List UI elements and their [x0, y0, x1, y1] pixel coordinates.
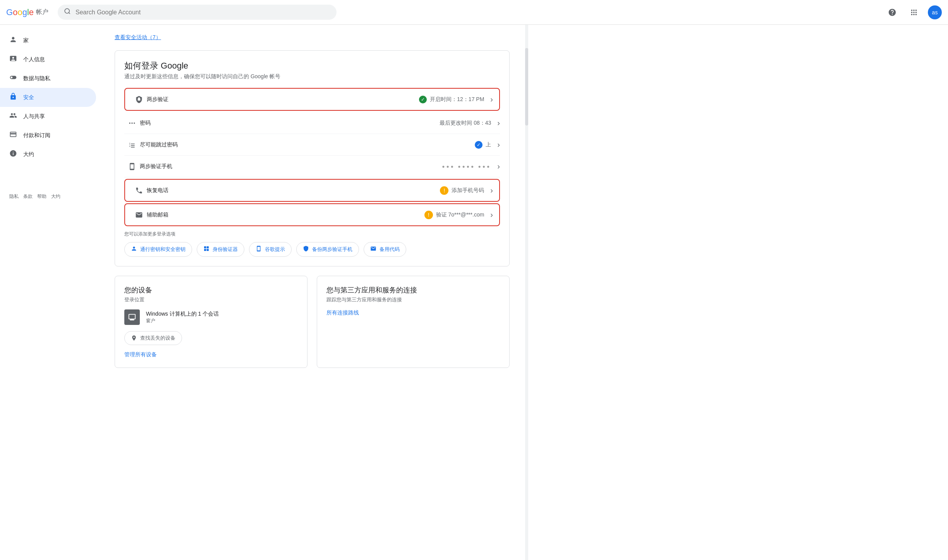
- data-icon: [9, 74, 17, 83]
- backup-email-icon: [131, 211, 147, 219]
- two-step-phone-icon: [124, 163, 140, 170]
- recovery-phone-value: ! 添加手机号码: [440, 186, 484, 195]
- account-label: 帐户: [36, 8, 48, 16]
- backup-code-label: 备用代码: [380, 246, 400, 253]
- two-step-phone-row[interactable]: 两步验证手机 ●●● ●●●● ●●● ›: [124, 156, 500, 177]
- page-layout: 家 个人信息 数据与隐私 安全 人与共享: [0, 25, 948, 560]
- sidebar-item-data[interactable]: 数据与隐私: [0, 69, 96, 88]
- google-prompt-button[interactable]: 谷歌提示: [249, 242, 292, 257]
- two-step-row[interactable]: 两步验证 ✓ 开启时间：12：17 PM ›: [124, 88, 500, 111]
- section-subtitle: 通过及时更新这些信息，确保您可以随时访问自己的 Google 帐号: [124, 73, 500, 80]
- password-value: 最后更改时间 08：43: [440, 120, 491, 127]
- footer-terms[interactable]: 条款: [23, 193, 33, 200]
- option-buttons: 通行密钥和安全密钥 身份验证器 谷歌提示: [124, 242, 500, 257]
- check-icon: ✓: [419, 96, 427, 103]
- sidebar: 家 个人信息 数据与隐私 安全 人与共享: [0, 25, 99, 560]
- search-icon: [64, 8, 71, 17]
- authenticator-label: 身份验证器: [213, 246, 238, 253]
- footer-about[interactable]: 大约: [51, 193, 60, 200]
- find-device-button[interactable]: 查找丢失的设备: [124, 331, 182, 345]
- third-party-card: 您与第三方应用和服务的连接 跟踪您与第三方应用和服务的连接 所有连接路线: [317, 276, 510, 368]
- skip-password-row[interactable]: 尽可能跳过密码 ✓ 上 ›: [124, 134, 500, 156]
- skip-password-label: 尽可能跳过密码: [140, 141, 475, 148]
- device-type: 窗户: [146, 318, 219, 324]
- sidebar-item-label: 大约: [23, 151, 34, 158]
- password-label: 密码: [140, 120, 440, 127]
- google-prompt-label: 谷歌提示: [265, 246, 285, 253]
- device-item: Windows 计算机上的 1 个会话 窗户: [124, 309, 298, 325]
- search-bar: [58, 5, 337, 20]
- authenticator-button[interactable]: 身份验证器: [197, 242, 244, 257]
- security-icon: [9, 93, 17, 102]
- backup-code-icon: [370, 246, 376, 253]
- passkey-icon: [131, 246, 137, 253]
- footer-help[interactable]: 帮助: [37, 193, 46, 200]
- check-blue-icon: ✓: [475, 141, 483, 149]
- scrollbar-track[interactable]: [525, 25, 528, 560]
- warning-email-icon: !: [424, 211, 433, 219]
- two-step-phone-value: ●●● ●●●● ●●●: [442, 164, 491, 169]
- sidebar-item-label: 人与共享: [23, 113, 45, 120]
- sidebar-item-label: 个人信息: [23, 56, 45, 63]
- backup-code-button[interactable]: 备用代码: [364, 242, 406, 257]
- password-row[interactable]: 密码 最后更改时间 08：43 ›: [124, 112, 500, 134]
- svg-rect-7: [207, 249, 209, 251]
- device-name: Windows 计算机上的 1 个会话: [146, 311, 219, 318]
- devices-subtitle: 登录位置: [124, 296, 298, 303]
- payments-icon: [9, 131, 17, 140]
- third-party-title: 您与第三方应用和服务的连接: [326, 285, 500, 295]
- backup-phone-button[interactable]: 备份两步验证手机: [296, 242, 359, 257]
- devices-card: 您的设备 登录位置 Windows 计算机上的 1 个会话 窗户 查找丢失的设备…: [115, 276, 307, 368]
- sidebar-item-payments[interactable]: 付款和订阅: [0, 126, 96, 145]
- help-button[interactable]: [884, 5, 900, 20]
- google-logo: Google: [6, 7, 34, 17]
- recovery-phone-row[interactable]: 恢复电话 ! 添加手机号码 ›: [124, 179, 500, 202]
- people-icon: [9, 112, 17, 121]
- about-icon: [9, 149, 17, 159]
- add-options-label: 您可以添加更多登录选项: [124, 231, 500, 237]
- google-logo-link[interactable]: Google 帐户: [6, 7, 48, 17]
- sidebar-item-label: 安全: [23, 94, 34, 101]
- skip-password-value: ✓ 上: [475, 141, 491, 149]
- apps-button[interactable]: [906, 5, 922, 20]
- all-connections-link[interactable]: 所有连接路线: [326, 309, 500, 316]
- manage-devices-link[interactable]: 管理所有设备: [124, 351, 298, 358]
- sidebar-footer: 隐私 条款 帮助 大约: [0, 187, 99, 206]
- backup-email-row[interactable]: 辅助邮箱 ! 验证 7o***@***.com ›: [124, 203, 500, 226]
- search-input[interactable]: [76, 9, 330, 16]
- bottom-grid: 您的设备 登录位置 Windows 计算机上的 1 个会话 窗户 查找丢失的设备…: [115, 276, 510, 368]
- warning-icon: !: [440, 186, 448, 195]
- svg-point-2: [131, 122, 132, 124]
- sidebar-item-home[interactable]: 家: [0, 31, 96, 50]
- chevron-right-icon: ›: [490, 210, 493, 219]
- password-icon: [124, 119, 140, 127]
- sidebar-item-personal[interactable]: 个人信息: [0, 50, 96, 69]
- svg-rect-4: [204, 246, 206, 248]
- passkey-label: 通行密钥和安全密钥: [140, 246, 185, 253]
- security-activity-link[interactable]: 查看安全活动（7）: [115, 34, 161, 41]
- footer-privacy[interactable]: 隐私: [9, 193, 19, 200]
- home-icon: [9, 36, 17, 45]
- sidebar-item-about[interactable]: 大约: [0, 145, 96, 164]
- passkey-button[interactable]: 通行密钥和安全密钥: [124, 242, 192, 257]
- sidebar-item-security[interactable]: 安全: [0, 88, 96, 107]
- sidebar-item-label: 数据与隐私: [23, 75, 50, 82]
- device-info: Windows 计算机上的 1 个会话 窗户: [146, 311, 219, 324]
- two-step-phone-label: 两步验证手机: [140, 163, 442, 170]
- chevron-right-icon: ›: [497, 140, 500, 149]
- backup-phone-label: 备份两步验证手机: [312, 246, 352, 253]
- scrollbar-thumb[interactable]: [525, 48, 528, 125]
- sidebar-item-people[interactable]: 人与共享: [0, 107, 96, 126]
- svg-point-3: [134, 122, 135, 124]
- chevron-right-icon: ›: [490, 186, 493, 195]
- backup-email-value: ! 验证 7o***@***.com: [424, 211, 484, 219]
- skip-password-icon: [124, 141, 140, 149]
- blurred-value: ●●● ●●●● ●●●: [442, 164, 491, 169]
- avatar[interactable]: as: [928, 5, 942, 19]
- personal-icon: [9, 55, 17, 64]
- svg-rect-6: [204, 249, 206, 251]
- chevron-right-icon: ›: [490, 95, 493, 104]
- section-title: 如何登录 Google: [124, 60, 500, 72]
- header: Google 帐户 as: [0, 0, 948, 25]
- svg-rect-5: [207, 246, 209, 248]
